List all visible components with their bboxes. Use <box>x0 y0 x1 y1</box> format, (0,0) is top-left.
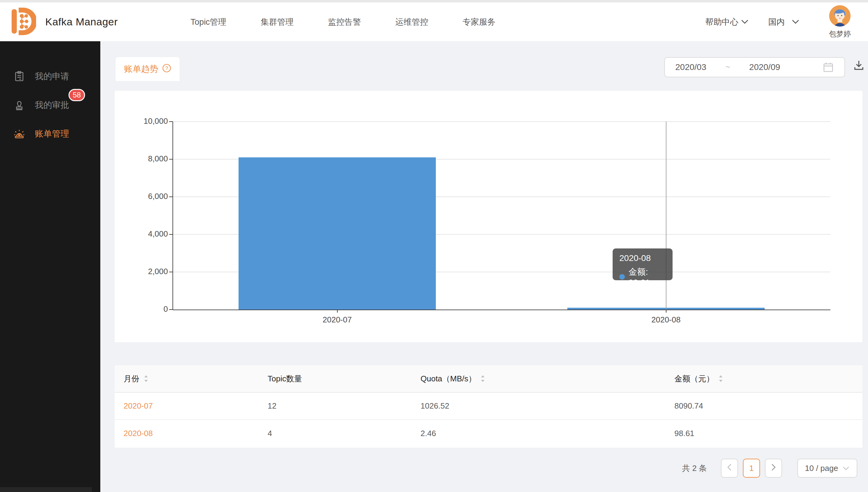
sidebar-item-账单管理[interactable]: 账单管理 <box>0 120 100 148</box>
y-axis-line <box>172 122 173 310</box>
help-circle-icon[interactable]: ? <box>162 64 171 75</box>
sidebar-item-label: 我的审批 <box>35 99 69 111</box>
tab-bill-trend[interactable]: 账单趋势 ? <box>116 57 180 81</box>
clipboard-icon <box>14 71 25 82</box>
tab-bill-trend-label: 账单趋势 <box>124 63 159 75</box>
column-header-金额（元）[interactable]: 金额（元） <box>665 365 863 392</box>
chevron-left-icon <box>726 463 732 474</box>
table-cell: 8090.74 <box>665 393 863 419</box>
date-range-start[interactable]: 2020/03 <box>675 62 706 72</box>
top-nav: Topic管理集群管理监控告警运维管控专家服务 <box>191 17 495 27</box>
app-root: Kafka Manager Topic管理集群管理监控告警运维管控专家服务 帮助… <box>0 0 868 492</box>
month-link[interactable]: 2020-08 <box>115 420 259 447</box>
y-axis-label: 4,000 <box>119 229 168 239</box>
y-axis-label: 0 <box>119 304 168 314</box>
pagination-page-1[interactable]: 1 <box>743 459 760 477</box>
bill-trend-chart: 2020-08 金额: 98.61 02,0004,0006,0008,0001… <box>115 91 863 342</box>
app-title: Kafka Manager <box>45 16 118 28</box>
tooltip-series-dot <box>619 274 625 279</box>
bar-2020-07[interactable] <box>239 157 436 310</box>
bill-table: 月份Topic数量Quota（MB/s）金额（元） 2020-07121026.… <box>115 365 863 448</box>
sort-carets-icon[interactable] <box>144 375 148 383</box>
date-range-separator: ~ <box>725 62 730 72</box>
download-button[interactable] <box>852 59 866 72</box>
column-header-月份[interactable]: 月份 <box>115 365 259 392</box>
column-header-Topic数量[interactable]: Topic数量 <box>259 365 412 392</box>
download-icon <box>853 59 865 72</box>
sidebar-collapse-strip[interactable] <box>0 487 92 492</box>
y-axis-label: 6,000 <box>119 192 168 201</box>
nav-item-监控告警[interactable]: 监控告警 <box>328 17 361 27</box>
sidebar-item-label: 账单管理 <box>35 128 69 140</box>
table-row: 2020-07121026.528090.74 <box>115 393 863 420</box>
y-axis-label: 8,000 <box>119 154 168 164</box>
table-cell: 98.61 <box>665 420 863 447</box>
chevron-down-icon <box>738 17 749 27</box>
pagination-next-button[interactable] <box>765 459 782 477</box>
pagination-total: 共 2 条 <box>682 463 707 474</box>
sidebar: 我的申请我的审批58账单管理 <box>0 41 100 492</box>
chart-tooltip: 2020-08 金额: 98.61 <box>613 248 673 280</box>
region-label: 国内 <box>768 17 785 27</box>
column-label: 月份 <box>123 373 139 384</box>
pagination-prev-button[interactable] <box>721 459 738 477</box>
svg-text:?: ? <box>165 66 168 71</box>
table-header: 月份Topic数量Quota（MB/s）金额（元） <box>115 365 863 393</box>
nav-item-Topic管理[interactable]: Topic管理 <box>191 17 226 27</box>
y-axis-label: 2,000 <box>119 267 168 276</box>
page-size-select[interactable]: 10 / page <box>797 459 857 477</box>
chevron-down-icon <box>842 464 850 473</box>
sort-carets-icon[interactable] <box>719 375 723 383</box>
kafka-manager-logo-icon <box>11 6 36 38</box>
column-label: Topic数量 <box>267 373 302 384</box>
page-size-label: 10 / page <box>805 464 838 473</box>
table-row: 2020-0842.4698.61 <box>115 420 863 447</box>
sidebar-nav: 我的申请我的审批58账单管理 <box>0 41 100 148</box>
x-axis-label: 2020-07 <box>291 315 383 324</box>
help-center-label: 帮助中心 <box>705 17 738 27</box>
chevron-down-icon <box>785 17 799 27</box>
nav-item-专家服务[interactable]: 专家服务 <box>463 17 495 27</box>
tooltip-title: 2020-08 <box>619 253 666 263</box>
nav-item-运维管控[interactable]: 运维管控 <box>395 17 428 27</box>
sidebar-item-我的审批[interactable]: 我的审批 <box>0 91 100 120</box>
column-label: 金额（元） <box>674 373 714 384</box>
table-cell: 1026.52 <box>412 393 665 419</box>
table-cell: 2.46 <box>412 420 665 447</box>
header: Kafka Manager Topic管理集群管理监控告警运维管控专家服务 帮助… <box>0 2 868 41</box>
nav-item-集群管理[interactable]: 集群管理 <box>261 17 294 27</box>
alarm-icon <box>14 128 25 140</box>
main-content: 账单趋势 ? 2020/03 ~ 2020/09 <box>100 41 868 492</box>
date-range-end[interactable]: 2020/09 <box>749 62 780 72</box>
table-cell: 12 <box>259 393 412 419</box>
sort-carets-icon[interactable] <box>480 375 485 383</box>
help-center-dropdown[interactable]: 帮助中心 <box>705 17 749 27</box>
x-axis-line <box>173 310 830 310</box>
chevron-right-icon <box>770 463 777 474</box>
avatar <box>829 5 850 28</box>
date-range-picker[interactable]: 2020/03 ~ 2020/09 <box>664 57 845 77</box>
gridline <box>173 121 830 122</box>
header-right: 帮助中心 国内 <box>705 5 851 39</box>
y-axis-label: 10,000 <box>119 117 168 126</box>
user-name: 包梦婷 <box>829 29 851 39</box>
brand[interactable]: Kafka Manager <box>11 6 118 38</box>
column-header-Quota（MB/s）[interactable]: Quota（MB/s） <box>412 365 665 392</box>
top-strip <box>0 0 868 2</box>
table-body: 2020-07121026.528090.742020-0842.4698.61 <box>115 393 863 447</box>
month-link[interactable]: 2020-07 <box>115 393 259 419</box>
pagination: 共 2 条 1 10 / page <box>682 459 857 477</box>
x-axis-label: 2020-08 <box>620 315 712 324</box>
stamp-icon <box>14 99 25 111</box>
column-label: Quota（MB/s） <box>421 373 476 384</box>
table-cell: 4 <box>259 420 412 447</box>
user-menu[interactable]: 包梦婷 <box>829 5 851 39</box>
sidebar-item-label: 我的申请 <box>35 71 69 82</box>
tooltip-series-line: 金额: 98.61 <box>619 266 666 288</box>
region-dropdown[interactable]: 国内 <box>768 17 799 27</box>
calendar-icon <box>822 62 834 73</box>
notification-badge: 58 <box>69 89 85 101</box>
tooltip-series-text: 金额: 98.61 <box>629 266 666 288</box>
sidebar-item-我的申请[interactable]: 我的申请 <box>0 62 100 91</box>
